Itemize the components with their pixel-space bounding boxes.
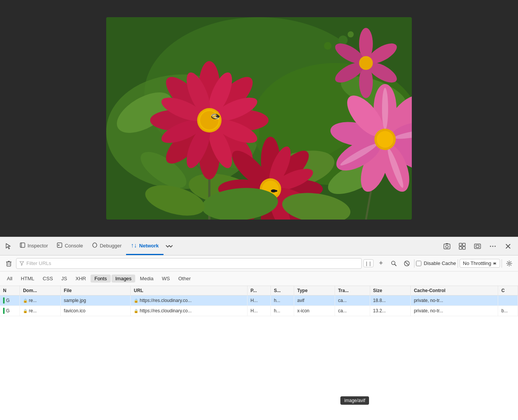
row1-p: H... (247, 296, 270, 306)
disable-cache-wrap[interactable]: Disable Cache (416, 260, 456, 266)
clear-requests-button[interactable] (3, 258, 15, 269)
filter-urls-input-wrap[interactable]: Filter URLs (16, 258, 362, 269)
table-row[interactable]: G 🔒 re... sample.jpg 🔒 https://res.cloud… (0, 296, 518, 306)
row1-size: 18.8... (370, 296, 411, 306)
svg-point-71 (377, 131, 393, 148)
svg-point-97 (495, 246, 496, 247)
svg-marker-85 (58, 244, 60, 246)
filter-tab-js[interactable]: JS (58, 275, 71, 283)
row2-p: H... (247, 306, 270, 316)
filter-tab-html[interactable]: HTML (17, 275, 38, 283)
row2-cache: private, no-tr... (411, 306, 498, 316)
filter-tab-media[interactable]: Media (136, 275, 157, 283)
mime-type-tooltip: image/avif (340, 396, 369, 405)
responsive-button[interactable] (471, 239, 484, 253)
throttling-select[interactable]: No Throttling (460, 259, 500, 268)
console-tab-label: Console (65, 243, 83, 249)
row1-cache: private, no-tr... (411, 296, 498, 306)
resource-type-filter-tabs: All HTML CSS JS XHR Fonts Images Media W… (0, 271, 518, 286)
filter-tab-images[interactable]: Images (112, 275, 136, 283)
table-header-row: N Dom... File URL P... S... Type Tra... … (0, 286, 518, 296)
select-element-icon[interactable] (2, 239, 15, 253)
svg-rect-100 (7, 262, 11, 266)
svg-point-78 (359, 56, 373, 70)
screenshot-button[interactable] (440, 239, 454, 253)
pause-recording-button[interactable]: | | (363, 259, 374, 267)
search-button[interactable] (388, 258, 400, 269)
tab-network[interactable]: ↑↓ Network (126, 237, 163, 255)
lock-icon-3: 🔒 (23, 309, 28, 313)
row1-n: G (0, 296, 20, 306)
browser-viewport (0, 0, 518, 237)
filter-tab-xhr[interactable]: XHR (72, 275, 90, 283)
filter-tab-other[interactable]: Other (175, 275, 195, 283)
filter-tab-ws[interactable]: WS (158, 275, 174, 283)
network-tab-label: Network (139, 243, 159, 249)
debugger-icon (92, 242, 97, 249)
performance-button[interactable] (455, 239, 469, 253)
more-options-button[interactable] (486, 239, 500, 253)
svg-point-11 (348, 31, 354, 37)
col-n[interactable]: N (0, 286, 20, 296)
lock-icon: 🔒 (23, 299, 28, 303)
col-size[interactable]: Size (370, 286, 411, 296)
toolbar-separator-2 (458, 259, 458, 268)
svg-rect-91 (459, 247, 462, 249)
row2-domain: 🔒 re... (20, 306, 61, 316)
svg-point-10 (338, 36, 348, 45)
filter-tab-css[interactable]: CSS (39, 275, 57, 283)
svg-rect-94 (476, 245, 479, 247)
inspector-icon (20, 242, 25, 249)
inspector-tab-label: Inspector (28, 243, 48, 249)
filter-tab-all[interactable]: All (3, 275, 16, 283)
row1-type: avif (294, 296, 335, 306)
svg-line-109 (405, 262, 409, 265)
filter-tab-fonts[interactable]: Fonts (91, 275, 111, 283)
svg-point-96 (492, 246, 494, 247)
add-button[interactable]: + (375, 258, 387, 269)
svg-line-107 (395, 264, 396, 266)
close-devtools-button[interactable] (501, 239, 515, 253)
network-settings-button[interactable] (503, 258, 515, 269)
more-tabs-button[interactable] (163, 239, 175, 253)
svg-point-12 (324, 42, 332, 50)
tab-inspector[interactable]: Inspector (15, 237, 52, 255)
col-c[interactable]: C (498, 286, 518, 296)
devtools-tab-bar: Inspector Console Deb (0, 237, 518, 255)
col-type[interactable]: Type (294, 286, 335, 296)
col-url[interactable]: URL (131, 286, 247, 296)
tab-console[interactable]: Console (52, 237, 87, 255)
col-tra[interactable]: Tra... (335, 286, 370, 296)
row2-c: b... (498, 306, 518, 316)
tab-debugger[interactable]: Debugger (87, 237, 126, 255)
svg-rect-90 (463, 243, 465, 246)
row2-size: 13.2... (370, 306, 411, 316)
row2-url: 🔒 https://res.cloudinary.co... (131, 306, 247, 316)
col-file[interactable]: File (61, 286, 131, 296)
filter-urls-placeholder: Filter URLs (26, 260, 51, 266)
table-row[interactable]: G 🔒 re... favicon.ico 🔒 https://res.clou… (0, 306, 518, 316)
lock-icon-2: 🔒 (134, 299, 138, 303)
row2-s: h... (270, 306, 294, 316)
svg-point-110 (508, 262, 510, 264)
col-p[interactable]: P... (247, 286, 270, 296)
network-icon: ↑↓ (131, 242, 137, 249)
row2-n: G (0, 306, 20, 316)
svg-rect-88 (446, 243, 448, 244)
disable-cache-checkbox[interactable] (416, 261, 421, 266)
col-s[interactable]: S... (270, 286, 294, 296)
col-cache[interactable]: Cache-Control (411, 286, 498, 296)
tab-bar-left: Inspector Console Deb (2, 237, 440, 255)
svg-point-66 (382, 88, 388, 130)
network-toolbar: Filter URLs | | + Disable Cache (0, 255, 518, 271)
console-icon (57, 242, 62, 249)
row2-tra: ca... (335, 306, 370, 316)
svg-point-56 (274, 190, 277, 192)
filter-icon (19, 261, 24, 266)
block-requests-button[interactable] (401, 258, 413, 269)
row1-domain: 🔒 re... (20, 296, 61, 306)
row1-s: h... (270, 296, 294, 306)
col-domain[interactable]: Dom... (20, 286, 61, 296)
network-requests-table[interactable]: N Dom... File URL P... S... Type Tra... … (0, 286, 518, 420)
debugger-tab-label: Debugger (100, 243, 121, 249)
